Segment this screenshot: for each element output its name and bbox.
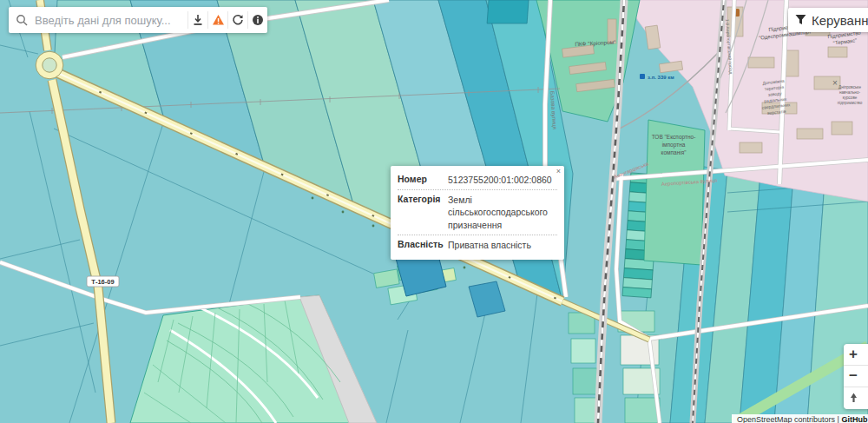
- svg-text:компанія": компанія": [661, 149, 687, 155]
- level-crossing-icon: ×: [832, 78, 838, 88]
- svg-text:підприємство: підприємство: [838, 101, 863, 105]
- zoom-control: + −: [844, 344, 868, 409]
- popup-row-number: Номер 5123755200:01:002:0860: [398, 170, 557, 190]
- search-input[interactable]: [35, 14, 187, 27]
- popup-close-icon[interactable]: ×: [556, 168, 561, 175]
- svg-text:Дніпровське: Дніпровське: [838, 85, 861, 89]
- refresh-icon[interactable]: [227, 11, 247, 29]
- filter-icon: [795, 13, 806, 28]
- search-icon: [9, 14, 35, 26]
- popup-row-label: Категорія: [398, 194, 448, 231]
- svg-text:ТОВ "Експортно-: ТОВ "Експортно-: [652, 134, 696, 141]
- map-stage: Т-16-09 ПКФ "Кріопром" ТОВ "Експортно- і…: [0, 0, 868, 423]
- svg-text:навчально-: навчально-: [839, 90, 860, 95]
- arrow-up-icon: [849, 390, 858, 407]
- parcel-popup: × Номер 5123755200:01:002:0860 Категорія…: [391, 166, 564, 260]
- svg-text:з.п. 339 км: з.п. 339 км: [648, 75, 674, 80]
- info-icon[interactable]: [247, 11, 267, 29]
- controls-button[interactable]: Керування: [788, 8, 868, 32]
- attribution-osm-link[interactable]: OpenStreetMap contributors: [737, 415, 835, 423]
- attribution-github-link[interactable]: GitHub: [841, 415, 867, 423]
- popup-row-ownership: Власність Приватна власність: [398, 235, 557, 254]
- popup-row-category: Категорія Землі сільськогосподарського п…: [398, 190, 557, 235]
- popup-row-label: Власність: [398, 239, 448, 251]
- svg-text:імпортна: імпортна: [662, 142, 686, 149]
- download-icon[interactable]: [187, 11, 207, 29]
- svg-text:курсове: курсове: [843, 96, 858, 100]
- extent-button[interactable]: [844, 387, 868, 409]
- popup-row-label: Номер: [398, 174, 448, 186]
- zoom-out-button[interactable]: −: [844, 366, 868, 387]
- popup-row-value: Приватна власність: [448, 239, 557, 251]
- road-shield-label: Т-16-09: [91, 278, 114, 286]
- popup-row-value: Землі сільськогосподарського призначення: [448, 194, 557, 231]
- popup-row-value: 5123755200:01:002:0860: [448, 174, 557, 186]
- warning-icon[interactable]: [207, 11, 227, 29]
- attribution: OpenStreetMap contributors | GitHub: [732, 414, 868, 423]
- dark-parcel-top: [487, 0, 529, 23]
- search-bar: [9, 7, 267, 33]
- road-shield: Т-16-09: [87, 276, 119, 287]
- zoom-in-button[interactable]: +: [844, 344, 868, 366]
- controls-button-label: Керування: [812, 13, 868, 28]
